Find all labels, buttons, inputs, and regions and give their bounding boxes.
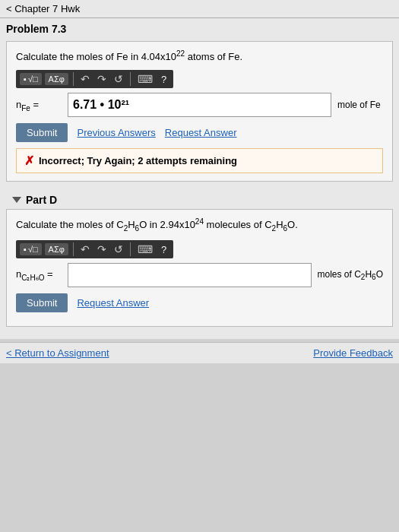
part-c-toolbar: ▪√□ AΣφ ↶ ↷ ↺ ⌨ ?	[16, 70, 173, 88]
chapter-link[interactable]: < Chapter 7 Hwk	[6, 3, 80, 14]
part-c-input-row: nFe = mole of Fe	[16, 93, 383, 117]
problem-title: Problem 7.3	[0, 18, 399, 41]
part-c-question: Calculate the moles of Fe in 4.04x1022 a…	[16, 49, 383, 62]
part-c-input[interactable]	[68, 93, 331, 117]
matrix-icon-btn[interactable]: ▪√□	[20, 73, 42, 85]
part-d-box: Calculate the moles of C2H6O in 2.94x102…	[6, 209, 393, 327]
part-c-unit: mole of Fe	[337, 100, 383, 110]
error-message: Incorrect; Try Again; 2 attempts remaini…	[39, 155, 237, 166]
part-c-error-box: ✗ Incorrect; Try Again; 2 attempts remai…	[16, 148, 383, 173]
part-d-toolbar-help: ?	[158, 243, 169, 256]
part-c-request-answer-btn[interactable]: Request Answer	[165, 127, 237, 138]
part-d-redo-btn[interactable]: ↷	[95, 242, 109, 256]
part-d-toolbar-separator-2	[130, 242, 131, 256]
collapse-icon[interactable]	[12, 197, 21, 203]
part-d-matrix-icon-btn[interactable]: ▪√□	[20, 243, 42, 255]
part-d-input[interactable]	[68, 263, 312, 287]
keyboard-btn[interactable]: ⌨	[135, 72, 155, 86]
bottom-bar: < Return to Assignment Provide Feedback	[0, 342, 399, 363]
part-d-refresh-btn[interactable]: ↺	[112, 242, 125, 256]
part-d-toolbar-separator	[73, 242, 74, 256]
part-d-question: Calculate the moles of C2H6O in 2.94x102…	[16, 217, 383, 233]
part-c-prev-answers-btn[interactable]: Previous Answers	[77, 127, 155, 138]
toolbar-separator-2	[130, 72, 131, 86]
part-d-label: Part D	[26, 194, 57, 206]
toolbar-help: ?	[158, 73, 169, 86]
refresh-btn[interactable]: ↺	[112, 72, 125, 86]
part-d-btn-row: Submit Request Answer	[16, 293, 383, 312]
part-d-request-answer-btn[interactable]: Request Answer	[77, 297, 149, 309]
part-c-submit-btn[interactable]: Submit	[16, 123, 68, 142]
part-d-undo-btn[interactable]: ↶	[78, 242, 92, 256]
provide-feedback-btn[interactable]: Provide Feedback	[313, 347, 393, 359]
part-c-box: Calculate the moles of Fe in 4.04x1022 a…	[6, 41, 393, 182]
error-icon: ✗	[24, 154, 34, 168]
toolbar-separator	[73, 72, 74, 86]
part-d-submit-btn[interactable]: Submit	[16, 293, 68, 312]
part-d-separator: Part D	[6, 188, 393, 209]
part-d-greek-btn[interactable]: AΣφ	[45, 243, 68, 255]
part-d-input-label: nC₂H₆O =	[16, 268, 62, 282]
greek-btn[interactable]: AΣφ	[45, 73, 68, 85]
part-d-input-row: nC₂H₆O = moles of C2H6O	[16, 263, 383, 287]
part-c-btn-row: Submit Previous Answers Request Answer	[16, 123, 383, 142]
undo-btn[interactable]: ↶	[78, 72, 92, 86]
return-to-assignment-btn[interactable]: < Return to Assignment	[6, 347, 109, 359]
top-bar: < Chapter 7 Hwk	[0, 0, 399, 18]
part-d-keyboard-btn[interactable]: ⌨	[135, 242, 155, 256]
main-content: Calculate the moles of Fe in 4.04x1022 a…	[0, 41, 399, 339]
part-d-toolbar: ▪√□ AΣφ ↶ ↷ ↺ ⌨ ?	[16, 240, 173, 258]
redo-btn[interactable]: ↷	[95, 72, 109, 86]
part-d-unit: moles of C2H6O	[318, 269, 384, 281]
part-c-input-label: nFe =	[16, 99, 62, 112]
